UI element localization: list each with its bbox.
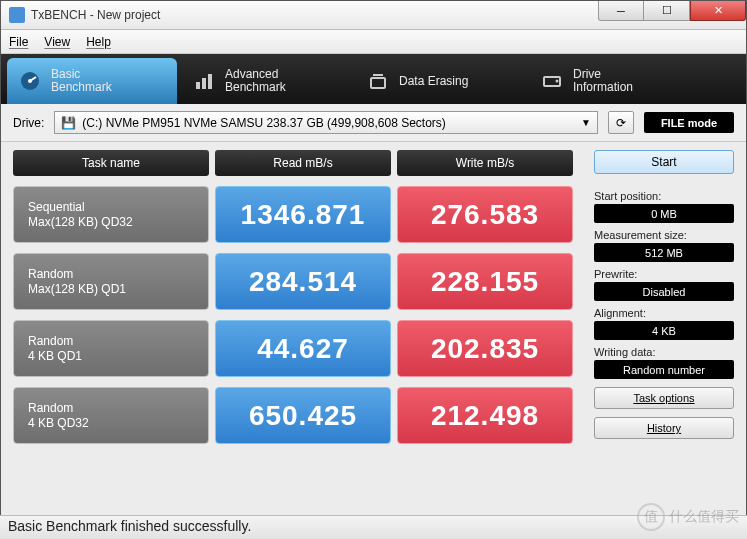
tab-drive-information[interactable]: Drive Information <box>529 58 699 104</box>
startpos-label: Start position: <box>594 190 734 202</box>
read-value: 650.425 <box>215 387 391 444</box>
tab-label: Drive Information <box>573 68 633 94</box>
bench-row: SequentialMax(128 KB) QD32 1346.871 276.… <box>13 186 584 243</box>
menu-file[interactable]: File <box>9 35 28 49</box>
svg-rect-4 <box>208 74 212 89</box>
titlebar: TxBENCH - New project ─ ☐ ✕ <box>1 1 746 30</box>
prewrite-label: Prewrite: <box>594 268 734 280</box>
header-task: Task name <box>13 150 209 176</box>
svg-rect-5 <box>371 78 385 88</box>
menu-help[interactable]: Help <box>86 35 111 49</box>
tab-label: Basic Benchmark <box>51 68 112 94</box>
reload-icon: ⟳ <box>616 116 626 130</box>
read-value: 284.514 <box>215 253 391 310</box>
drive-label: Drive: <box>13 116 44 130</box>
tab-label: Advanced Benchmark <box>225 68 286 94</box>
read-value: 44.627 <box>215 320 391 377</box>
svg-point-1 <box>28 79 32 83</box>
sidebar: Start Start position: 0 MB Measurement s… <box>594 150 734 454</box>
results-area: Task name Read mB/s Write mB/s Sequentia… <box>13 150 584 454</box>
minimize-button[interactable]: ─ <box>598 1 644 21</box>
erase-icon <box>367 70 389 92</box>
write-value: 276.583 <box>397 186 573 243</box>
wdata-label: Writing data: <box>594 346 734 358</box>
bench-row: Random4 KB QD32 650.425 212.498 <box>13 387 584 444</box>
bars-icon <box>193 70 215 92</box>
svg-rect-2 <box>196 82 200 89</box>
drive-select[interactable]: 💾 (C:) NVMe PM951 NVMe SAMSU 238.37 GB (… <box>54 111 598 134</box>
tab-data-erasing[interactable]: Data Erasing <box>355 58 525 104</box>
msize-value: 512 MB <box>594 243 734 262</box>
read-value: 1346.871 <box>215 186 391 243</box>
msize-label: Measurement size: <box>594 229 734 241</box>
prewrite-value: Disabled <box>594 282 734 301</box>
header-write: Write mB/s <box>397 150 573 176</box>
watermark: 值 什么值得买 <box>637 503 739 531</box>
write-value: 212.498 <box>397 387 573 444</box>
window-title: TxBENCH - New project <box>31 8 160 22</box>
chevron-down-icon: ▼ <box>581 117 591 128</box>
menu-view[interactable]: View <box>44 35 70 49</box>
file-mode-indicator[interactable]: FILE mode <box>644 112 734 133</box>
svg-rect-3 <box>202 78 206 89</box>
gauge-icon <box>19 70 41 92</box>
menubar: File View Help <box>1 30 746 54</box>
write-value: 228.155 <box>397 253 573 310</box>
task-name-cell: RandomMax(128 KB) QD1 <box>13 253 209 310</box>
drive-icon <box>541 70 563 92</box>
reload-button[interactable]: ⟳ <box>608 111 634 134</box>
bench-row: Random4 KB QD1 44.627 202.835 <box>13 320 584 377</box>
tab-label: Data Erasing <box>399 75 468 88</box>
align-value: 4 KB <box>594 321 734 340</box>
maximize-button[interactable]: ☐ <box>644 1 690 21</box>
task-options-button[interactable]: Task options <box>594 387 734 409</box>
task-name-cell: SequentialMax(128 KB) QD32 <box>13 186 209 243</box>
drive-value: (C:) NVMe PM951 NVMe SAMSU 238.37 GB (49… <box>82 116 446 130</box>
status-bar: Basic Benchmark finished successfully. <box>0 515 747 539</box>
close-button[interactable]: ✕ <box>690 1 746 21</box>
svg-point-7 <box>556 80 559 83</box>
tab-row: Basic Benchmark Advanced Benchmark Data … <box>1 54 746 104</box>
wdata-value: Random number <box>594 360 734 379</box>
startpos-value: 0 MB <box>594 204 734 223</box>
bench-row: RandomMax(128 KB) QD1 284.514 228.155 <box>13 253 584 310</box>
drive-device-icon: 💾 <box>61 116 76 130</box>
history-button[interactable]: History <box>594 417 734 439</box>
toolbar: Drive: 💾 (C:) NVMe PM951 NVMe SAMSU 238.… <box>1 104 746 142</box>
header-read: Read mB/s <box>215 150 391 176</box>
watermark-icon: 值 <box>637 503 665 531</box>
task-name-cell: Random4 KB QD1 <box>13 320 209 377</box>
task-name-cell: Random4 KB QD32 <box>13 387 209 444</box>
write-value: 202.835 <box>397 320 573 377</box>
align-label: Alignment: <box>594 307 734 319</box>
tab-basic-benchmark[interactable]: Basic Benchmark <box>7 58 177 104</box>
tab-advanced-benchmark[interactable]: Advanced Benchmark <box>181 58 351 104</box>
start-button[interactable]: Start <box>594 150 734 174</box>
app-icon <box>9 7 25 23</box>
